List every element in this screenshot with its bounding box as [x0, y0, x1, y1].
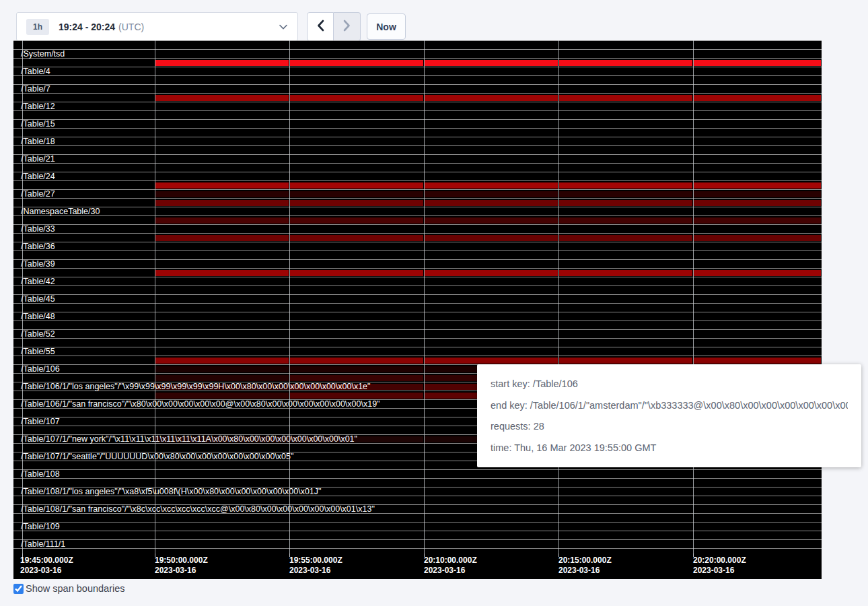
time-axis: 19:45:00.000Z2023-03-1619:50:00.000Z2023…: [13, 553, 822, 579]
heat-band-cell[interactable]: [155, 60, 289, 66]
heat-band-cell[interactable]: [155, 393, 289, 399]
axis-date-label: 2023-03-16: [20, 566, 73, 576]
heat-band-cell[interactable]: [559, 95, 692, 101]
tooltip-start-key: start key: /Table/106: [491, 378, 848, 389]
axis-date-label: 2023-03-16: [558, 566, 612, 576]
heat-band-cell[interactable]: [425, 95, 558, 101]
heat-band-cell[interactable]: [425, 358, 558, 364]
span-row: [13, 110, 822, 119]
heat-band-cell[interactable]: [559, 182, 692, 189]
span-row: [13, 250, 822, 259]
span-row: [13, 215, 822, 224]
heat-band-cell[interactable]: [290, 235, 423, 241]
heat-band-cell[interactable]: [694, 191, 821, 197]
heat-band-cell[interactable]: [155, 358, 289, 364]
span-row: [13, 531, 822, 539]
heat-band-cell[interactable]: [694, 60, 821, 66]
heat-band-cell[interactable]: [290, 200, 423, 206]
hover-tooltip: start key: /Table/106 end key: /Table/10…: [477, 364, 861, 467]
prev-interval-button[interactable]: [307, 12, 334, 41]
axis-time-label: 20:10:00.000Z2023-03-16: [424, 556, 477, 576]
span-row: [13, 128, 822, 137]
span-row: /Table/4: [13, 67, 822, 75]
heat-band-cell[interactable]: [155, 95, 289, 101]
heat-band-cell[interactable]: [425, 191, 558, 197]
heat-band-cell[interactable]: [290, 217, 423, 224]
heat-band-cell[interactable]: [155, 217, 289, 224]
heat-band-cell[interactable]: [425, 200, 558, 206]
time-range-select[interactable]: 1h 19:24 - 20:24 (UTC): [16, 12, 298, 41]
span-row: /System/tsd: [13, 49, 822, 58]
heat-band-cell[interactable]: [425, 235, 558, 241]
heat-band-cell[interactable]: [290, 270, 423, 276]
heat-band-cell[interactable]: [425, 60, 558, 66]
heat-band-cell[interactable]: [155, 235, 289, 241]
show-span-boundaries-label: Show span boundaries: [26, 583, 125, 594]
time-gridline: [22, 40, 23, 553]
span-row: /Table/21: [13, 154, 822, 163]
heat-band-cell[interactable]: [155, 191, 289, 197]
heat-band-cell[interactable]: [425, 270, 558, 276]
span-row: [13, 233, 822, 242]
heat-band-cell[interactable]: [290, 95, 423, 101]
heat-band-cell[interactable]: [694, 182, 821, 189]
heat-band-cell[interactable]: [694, 358, 821, 364]
heat-band-cell[interactable]: [155, 200, 289, 206]
heat-band-cell[interactable]: [694, 217, 821, 224]
heat-band-cell[interactable]: [425, 182, 558, 189]
span-row: [13, 268, 822, 277]
now-button[interactable]: Now: [367, 13, 406, 40]
heat-band-cell[interactable]: [559, 358, 692, 364]
heat-band-cell[interactable]: [155, 375, 289, 381]
heat-band-cell[interactable]: [425, 217, 558, 224]
span-row: [13, 548, 822, 553]
heat-band-cell[interactable]: [559, 270, 692, 276]
heat-band-cell[interactable]: [290, 358, 423, 364]
chevron-left-icon: [316, 20, 325, 34]
axis-time-label: 19:45:00.000Z2023-03-16: [20, 556, 73, 576]
span-row: /Table/12: [13, 102, 822, 110]
time-gridline: [289, 40, 290, 553]
heat-band-cell[interactable]: [290, 60, 423, 66]
heat-band-cell[interactable]: [694, 95, 821, 101]
span-row: [13, 58, 822, 67]
span-row: [13, 180, 822, 189]
span-row: [13, 303, 822, 312]
heat-band-cell[interactable]: [694, 270, 821, 276]
heat-band-cell[interactable]: [559, 191, 692, 197]
span-row: [13, 198, 822, 207]
heat-band-cell[interactable]: [155, 270, 289, 276]
axis-time-label: 20:20:00.000Z2023-03-16: [693, 556, 746, 576]
heat-band-cell[interactable]: [559, 217, 692, 224]
span-row: [13, 513, 822, 522]
axis-date-label: 2023-03-16: [693, 566, 746, 576]
next-interval-button[interactable]: [334, 12, 361, 41]
heat-band-cell[interactable]: [290, 191, 423, 197]
heat-band-cell[interactable]: [559, 200, 692, 206]
span-row: [13, 496, 822, 504]
heat-band-cell[interactable]: [290, 375, 423, 381]
span-row: [13, 75, 822, 84]
range-label: 19:24 - 20:24: [59, 22, 115, 32]
chevron-down-icon: [279, 24, 288, 30]
heat-band-cell[interactable]: [155, 182, 289, 189]
span-row: [13, 145, 822, 154]
heat-band-cell[interactable]: [559, 235, 692, 241]
footer-controls: Show span boundaries: [13, 583, 125, 594]
heat-band-cell[interactable]: [290, 393, 423, 399]
heatmap-plot[interactable]: /System/tsd/Table/4/Table/7/Table/12/Tab…: [13, 40, 822, 553]
time-gridline: [693, 40, 694, 553]
span-row: /Table/36: [13, 242, 822, 250]
heat-band-cell[interactable]: [694, 200, 821, 206]
heat-band-cell[interactable]: [290, 182, 423, 189]
span-row: [13, 93, 822, 102]
heat-band-cell[interactable]: [155, 366, 289, 372]
show-span-boundaries-checkbox[interactable]: [13, 584, 24, 594]
span-row: [13, 163, 822, 172]
heat-band-cell[interactable]: [290, 366, 423, 372]
tooltip-requests: requests: 28: [491, 421, 848, 432]
heat-band-cell[interactable]: [559, 60, 692, 66]
span-row: /Table/108/1/"los angeles"/"\xa8\xf5\u00…: [13, 487, 822, 496]
heat-band-cell[interactable]: [694, 235, 821, 241]
span-row: [13, 478, 822, 487]
